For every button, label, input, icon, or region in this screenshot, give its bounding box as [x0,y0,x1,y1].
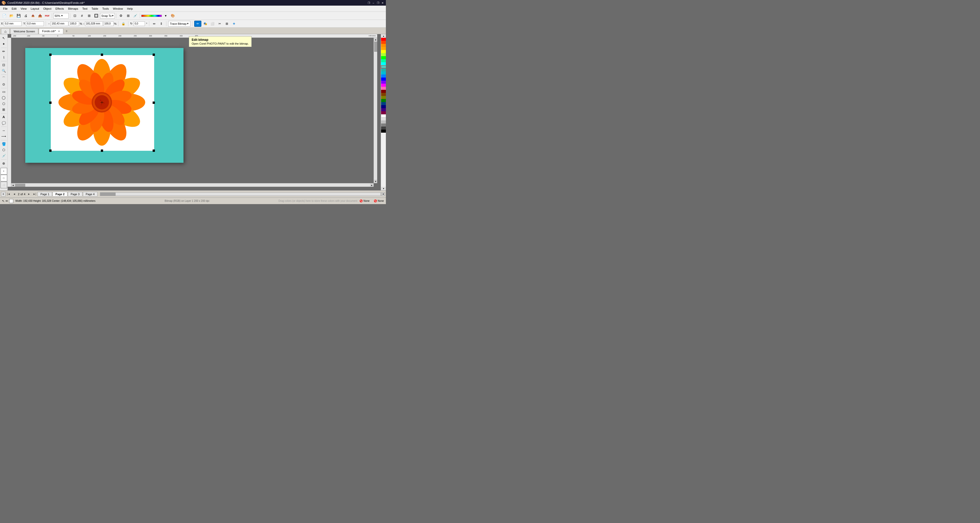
mirror-v-button[interactable]: ⇕ [158,21,164,27]
edit-bitmap-button[interactable]: ✏ [194,21,201,27]
w-pct-input[interactable] [69,21,79,26]
shape-tool[interactable]: ✦ [0,41,7,47]
publish-button[interactable]: 🖨 [22,13,29,19]
palette-swatch[interactable] [381,78,386,81]
h-input[interactable] [85,21,103,26]
handle-tc[interactable] [101,54,103,56]
eyedropper-tool[interactable]: 💉 [0,153,7,159]
save-button[interactable]: 💾 [15,13,22,19]
palette-swatch[interactable] [381,111,386,114]
palette-swatch[interactable] [381,65,386,68]
handle-tl[interactable] [49,54,52,56]
crop-button[interactable]: ✂ [217,21,223,27]
mirror-h-button[interactable]: ⇔ [151,21,157,27]
workspace-button[interactable]: ⊞ [125,13,131,19]
handle-bl[interactable] [49,149,52,152]
canvas[interactable]: ▲ ▼ ◄ ► [11,38,377,187]
scroll-up-button[interactable]: ▲ [374,38,377,41]
palette-scroll-down[interactable]: ▼ [381,187,386,190]
page-next-button[interactable]: ► [26,192,32,197]
palette-swatch[interactable] [381,56,386,59]
y-input[interactable] [26,21,44,26]
handle-br[interactable] [153,149,155,152]
palette-swatch[interactable] [381,75,386,78]
palette-swatch[interactable] [381,93,386,96]
palette-swatch[interactable] [381,50,386,53]
snap-to-grid-button[interactable]: + [0,168,7,175]
palette-swatch[interactable] [381,127,386,130]
menu-window[interactable]: Window [111,6,125,11]
snap-arrow[interactable]: ▾ [112,14,114,17]
page-prev-button[interactable]: ◄ [12,192,17,197]
smart-fill2-tool[interactable]: ⬡ [0,147,7,153]
close-button[interactable]: ✕ [381,1,384,5]
fill-tool[interactable]: 🪣 [0,141,7,147]
h-pct-input[interactable] [103,21,114,26]
file-tab-close[interactable]: ✕ [58,30,60,33]
table-tool[interactable]: ⊞ [0,107,7,113]
add-button[interactable]: + [231,21,237,27]
palette-swatch[interactable] [381,102,386,105]
menu-edit[interactable]: Edit [10,6,19,11]
handle-ml[interactable] [49,102,52,104]
settings-button[interactable]: ⚙ [118,13,124,19]
full-screen-button[interactable]: ⊡ [72,13,78,19]
text-tool[interactable]: A [0,114,7,120]
callout-tool[interactable]: 💬 [0,120,7,126]
page-3-tab[interactable]: Page 3 [68,192,83,196]
scroll-h-thumb[interactable] [15,184,25,187]
curve-tool[interactable]: ⌒ [0,76,7,81]
color-manager[interactable]: 🎨 [169,13,176,19]
menu-effects[interactable]: Effects [53,6,66,11]
resample-button[interactable]: ⊞ [224,21,230,27]
palette-swatch[interactable] [381,124,386,127]
interactive-tool[interactable]: ⊛ [0,161,7,166]
palette-swatch[interactable] [381,121,386,124]
palette-swatch[interactable] [381,108,386,111]
page-2-tab[interactable]: Page 2 [52,192,67,196]
straighten-button[interactable]: ⬜ [210,21,216,27]
select-tool[interactable]: ↖ [0,35,7,41]
palette-swatch[interactable] [381,62,386,65]
zoom-dropdown-arrow[interactable]: ▾ [61,14,63,17]
palette-swatch[interactable] [381,47,386,50]
lock-ratio-button[interactable]: 🔒 [120,21,126,27]
palette-swatch[interactable] [381,41,386,44]
palette-swatch[interactable] [381,87,386,90]
new-button[interactable]: 📄 [1,13,8,19]
handle-tr[interactable] [153,54,155,56]
menu-tools[interactable]: Tools [100,6,111,11]
horizontal-scrollbar[interactable]: ◄ ► [11,183,374,187]
minimize-button[interactable]: – [372,1,375,5]
smart-draw-tool[interactable]: ⌇ [0,55,7,60]
pdf-button[interactable]: PDF [44,13,51,19]
canvas-area[interactable]: -150 -100 -50 0 50 100 150 200 250 300 3… [8,34,381,190]
page-last-button[interactable]: ►| [32,192,37,197]
scroll-right-button[interactable]: ► [370,183,374,187]
export-button[interactable]: 📤 [37,13,43,19]
page-4-tab[interactable]: Page 4 [83,192,97,196]
guidelines-button[interactable]: ⊞ [86,13,92,19]
color-line[interactable] [142,15,162,17]
grid-button[interactable]: # [79,13,85,19]
page-1-tab[interactable]: Page 1 [38,192,52,196]
handle-bc[interactable] [101,149,103,152]
dimension-tool[interactable]: ↔ [0,127,7,133]
import-button[interactable]: 📥 [30,13,36,19]
titlebar-controls[interactable]: ❐ – ❐ ✕ [367,1,384,5]
palette-swatch[interactable] [381,38,386,41]
menu-view[interactable]: View [19,6,29,11]
scroll-down-button[interactable]: ▼ [374,180,377,183]
restore-button[interactable]: ❐ [367,1,371,5]
snap-button[interactable]: 🔲 [93,13,100,19]
bitmap-color-mask-button[interactable]: 🎭 [202,21,208,27]
maximize-button[interactable]: ❐ [376,1,380,5]
menu-layout[interactable]: Layout [29,6,41,11]
palette-swatch[interactable] [381,99,386,102]
palette-swatch[interactable] [381,105,386,108]
page-add-button[interactable]: + [1,192,6,196]
add-tab-button[interactable]: + [64,28,69,34]
menu-object[interactable]: Object [41,6,53,11]
palette-swatch[interactable] [381,130,386,133]
file-tab[interactable]: Fondo.cdr* ✕ [39,28,63,34]
